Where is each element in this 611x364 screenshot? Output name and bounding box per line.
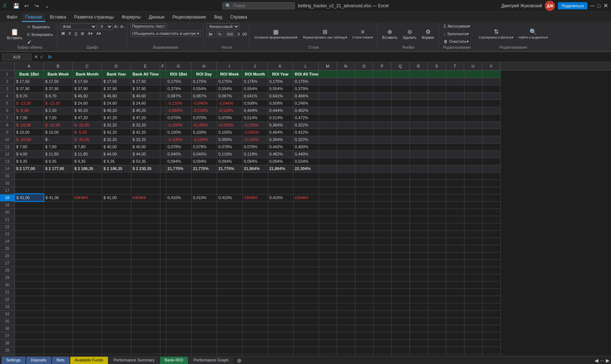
cell-3-P[interactable]	[373, 85, 391, 92]
cell-10-D[interactable]: $ 32,20	[102, 136, 131, 143]
cell-39-J[interactable]	[242, 347, 268, 354]
cell-31-S[interactable]	[428, 288, 446, 296]
cell-23-U[interactable]	[464, 230, 482, 238]
cell-22-K[interactable]	[268, 223, 293, 230]
cell-32-T[interactable]	[446, 296, 464, 303]
cell-17-T[interactable]	[446, 187, 464, 194]
cell-27-K[interactable]	[268, 259, 293, 267]
cell-33-E[interactable]	[131, 303, 160, 310]
cell-22-H[interactable]	[191, 223, 217, 230]
cell-34-E[interactable]	[131, 310, 160, 318]
cell-14-H[interactable]: 21,770%	[191, 165, 217, 172]
cell-15-D[interactable]	[102, 172, 131, 179]
cell-20-D[interactable]	[102, 209, 131, 216]
cell-15-G[interactable]	[166, 172, 191, 179]
cell-28-J[interactable]	[242, 267, 268, 274]
cell-32-B[interactable]	[44, 296, 73, 303]
cell-12-E[interactable]: $ 44,00	[131, 150, 160, 158]
cell-35-D[interactable]	[102, 318, 131, 325]
cell-13-K[interactable]: 0,094%	[268, 158, 293, 165]
cell-20-U[interactable]	[464, 209, 482, 216]
row-number-27[interactable]: 27	[0, 259, 15, 267]
cell-33-M[interactable]	[319, 303, 337, 310]
cell-24-E[interactable]	[131, 238, 160, 245]
cell-18-S[interactable]	[428, 194, 446, 201]
row-number-12[interactable]: 12	[0, 150, 15, 158]
cell-35-N[interactable]	[337, 318, 355, 325]
cell-31-F[interactable]	[160, 288, 166, 296]
cell-5-M[interactable]	[319, 100, 337, 107]
cell-33-H[interactable]	[191, 303, 217, 310]
cell-25-C[interactable]	[73, 245, 102, 252]
cell-19-H[interactable]	[191, 201, 217, 209]
cell-36-D[interactable]	[102, 325, 131, 332]
cell-23-J[interactable]	[242, 230, 268, 238]
cell-33-V[interactable]	[482, 303, 500, 310]
cell-35-G[interactable]	[166, 318, 191, 325]
cell-28-F[interactable]	[160, 267, 166, 274]
cell-36-J[interactable]	[242, 325, 268, 332]
cell-15-K[interactable]	[268, 172, 293, 179]
cell-37-J[interactable]	[242, 332, 268, 339]
cell-10-S[interactable]	[428, 136, 446, 143]
col-header-N[interactable]: N	[337, 62, 355, 70]
cell-35-L[interactable]	[293, 318, 319, 325]
cell-26-K[interactable]	[268, 252, 293, 259]
col-header-G[interactable]: G	[166, 62, 191, 70]
tab-review[interactable]: Рецензирование	[169, 13, 210, 22]
save-button[interactable]: 💾	[12, 1, 21, 10]
cell-32-R[interactable]	[410, 296, 428, 303]
cell-26-M[interactable]	[319, 252, 337, 259]
cell-26-L[interactable]	[293, 252, 319, 259]
col-header-Q[interactable]: Q	[391, 62, 410, 70]
cell-38-H[interactable]	[191, 339, 217, 347]
cell-15-A[interactable]	[15, 172, 44, 179]
cell-5-F[interactable]	[160, 100, 166, 107]
cell-37-T[interactable]	[446, 332, 464, 339]
sheet-nav-left[interactable]: ◀	[595, 358, 598, 363]
row-number-15[interactable]: 15	[0, 172, 15, 179]
cell-21-U[interactable]	[464, 216, 482, 223]
cell-17-D[interactable]	[102, 187, 131, 194]
cell-6-E[interactable]: $ 40,20	[131, 107, 160, 114]
cell-27-S[interactable]	[428, 259, 446, 267]
cell-16-C[interactable]	[73, 179, 102, 187]
cell-22-B[interactable]	[44, 223, 73, 230]
cell-35-R[interactable]	[410, 318, 428, 325]
cell-24-S[interactable]	[428, 238, 446, 245]
row-number-4[interactable]: 4	[0, 92, 15, 100]
cell-8-C[interactable]: $ -15,00	[73, 121, 102, 129]
cell-35-V[interactable]	[482, 318, 500, 325]
cell-19-I[interactable]	[217, 201, 242, 209]
cell-13-I[interactable]: 0,094%	[217, 158, 242, 165]
cell-26-V[interactable]	[482, 252, 500, 259]
cell-23-I[interactable]	[217, 230, 242, 238]
cell-15-R[interactable]	[410, 172, 428, 179]
italic-button[interactable]: К	[68, 31, 72, 36]
tab-help[interactable]: Справка	[227, 13, 251, 22]
col-header-P[interactable]: P	[373, 62, 391, 70]
cell-38-A[interactable]	[15, 339, 44, 347]
cell-35-S[interactable]	[428, 318, 446, 325]
cell-20-R[interactable]	[410, 209, 428, 216]
cell-38-F[interactable]	[160, 339, 166, 347]
cell-6-F[interactable]	[160, 107, 166, 114]
cell-14-F[interactable]	[160, 165, 166, 172]
cell-26-B[interactable]	[44, 252, 73, 259]
cell-5-O[interactable]	[355, 100, 373, 107]
cell-2-N[interactable]	[337, 78, 355, 85]
cell-33-D[interactable]	[102, 303, 131, 310]
cell-29-K[interactable]	[268, 274, 293, 281]
number-format-select[interactable]: Финансовый	[207, 23, 239, 30]
cell-31-I[interactable]	[217, 288, 242, 296]
cell-36-H[interactable]	[191, 325, 217, 332]
row-number-35[interactable]: 35	[0, 318, 15, 325]
cell-17-J[interactable]	[242, 187, 268, 194]
cell-36-A[interactable]	[15, 325, 44, 332]
cell-4-A[interactable]: $ 8,70	[15, 92, 44, 100]
cell-38-G[interactable]	[166, 339, 191, 347]
cell-33-C[interactable]	[73, 303, 102, 310]
cell-40-J[interactable]	[242, 354, 268, 356]
cell-4-D[interactable]: $ 46,60	[102, 92, 131, 100]
tab-bank-roi[interactable]: Bank+ROI	[160, 357, 188, 364]
